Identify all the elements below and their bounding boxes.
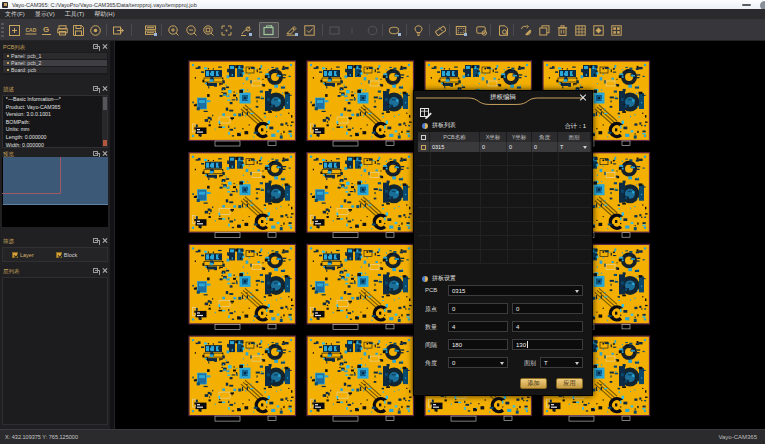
zoom-in-button[interactable]	[167, 22, 180, 38]
menu-1[interactable]: 显示(V)	[30, 9, 60, 19]
float-panel-icon[interactable]	[93, 151, 98, 156]
float-panel-icon[interactable]	[93, 44, 98, 49]
export-button[interactable]	[112, 22, 125, 38]
pcb-list-item[interactable]: Panel: pcb_1	[3, 53, 107, 59]
close-panel-icon[interactable]	[102, 268, 107, 273]
count-y-value: 4	[516, 324, 519, 330]
pcb-select[interactable]: 0315	[448, 285, 583, 296]
scrollbar-thumb[interactable]	[103, 97, 107, 110]
pcb-list: Panel: pcb_1Panel: pcb_2Board: pcb	[2, 52, 108, 76]
stamp-mark-button[interactable]	[283, 22, 299, 38]
zoom-window-button[interactable]	[202, 22, 215, 38]
table-cell: 0	[532, 142, 558, 152]
grid-icon	[575, 25, 586, 36]
menu-2[interactable]: 工具(T)	[60, 9, 90, 19]
panelize-button[interactable]	[259, 22, 279, 38]
column-header[interactable]: 面别	[558, 132, 591, 142]
float-panel-icon[interactable]	[93, 268, 98, 273]
side-select[interactable]: T	[540, 357, 583, 368]
column-header[interactable]: Y坐标	[507, 132, 532, 142]
dropdown-dot-icon[interactable]	[398, 33, 401, 36]
panel-edit-tool-icon[interactable]	[420, 108, 432, 119]
draw-obround-button[interactable]	[387, 22, 402, 38]
pcb-board-tile[interactable]	[189, 336, 296, 421]
empty-table-row	[418, 208, 591, 222]
matrix-panel-button[interactable]	[610, 22, 623, 38]
print-button[interactable]	[56, 22, 69, 38]
close-panel-icon[interactable]	[102, 44, 107, 49]
fit-selection-button[interactable]	[592, 22, 605, 38]
transform-edit-button[interactable]	[519, 22, 533, 38]
close-panel-icon[interactable]	[102, 238, 107, 243]
grid-array-button[interactable]	[574, 22, 586, 38]
select-all-checkbox[interactable]	[421, 135, 426, 140]
gap-field-label: 间隔	[425, 341, 437, 350]
layer-checkbox[interactable]	[12, 252, 18, 258]
doc-search-button[interactable]	[497, 22, 510, 38]
film-layers-button[interactable]	[143, 22, 158, 38]
pcb-board-tile[interactable]	[189, 61, 296, 146]
delete-button[interactable]	[556, 22, 568, 38]
verify-button[interactable]	[303, 22, 316, 38]
save-button[interactable]	[72, 22, 85, 38]
origin-x-input[interactable]: 0	[448, 303, 508, 314]
count-y-input[interactable]: 4	[512, 321, 583, 332]
pcb-list-item[interactable]: Board: pcb	[3, 67, 107, 73]
import-cad-button[interactable]: CAD	[25, 22, 38, 38]
column-header[interactable]: X坐标	[480, 132, 507, 142]
copy-objects-button[interactable]	[538, 22, 551, 38]
minimize-icon[interactable]	[742, 4, 751, 6]
add-button[interactable]: 添加	[520, 378, 547, 389]
toolbar-grip[interactable]	[1, 23, 4, 37]
pcb-board-tile[interactable]	[189, 153, 296, 238]
column-header[interactable]: 角度	[532, 132, 558, 142]
float-panel-icon[interactable]	[93, 238, 98, 243]
menu-3[interactable]: 帮助(H)	[89, 9, 119, 19]
dropdown-dot-icon[interactable]	[154, 33, 157, 36]
board-frame-button[interactable]	[453, 22, 468, 38]
dialog-close-icon[interactable]	[579, 93, 587, 101]
highlight-button[interactable]	[413, 22, 425, 38]
count-field-label: 数量	[425, 323, 437, 332]
dropdown-dot-icon[interactable]	[295, 33, 298, 36]
scrollbar[interactable]	[102, 96, 107, 147]
panel-config-button[interactable]	[475, 22, 488, 38]
pcb-board-tile[interactable]	[307, 153, 414, 238]
count-x-input[interactable]: 4	[448, 321, 508, 332]
dropdown-dot-icon[interactable]	[249, 33, 252, 36]
section-ball-icon	[422, 123, 428, 129]
gap-x-input[interactable]: 180	[448, 339, 508, 350]
menu-0[interactable]: 文件(F)	[0, 9, 30, 19]
printer-icon	[57, 25, 68, 36]
zoom-out-button[interactable]	[185, 22, 198, 38]
block-checkbox[interactable]	[56, 252, 62, 258]
close-panel-icon[interactable]	[102, 86, 107, 91]
pcb-board-tile[interactable]	[307, 61, 414, 146]
float-panel-icon[interactable]	[93, 86, 98, 91]
column-header[interactable]: PCB名称	[430, 132, 480, 142]
gap-y-input[interactable]: 130	[512, 339, 583, 350]
row-checkbox[interactable]	[421, 145, 426, 150]
dropdown-dot-icon[interactable]	[464, 33, 467, 36]
preview-viewport[interactable]	[2, 157, 108, 227]
import-gerber-button[interactable]: G	[41, 22, 53, 38]
table-row[interactable]: 0315000T	[418, 142, 591, 152]
toolbar-separator	[161, 24, 162, 36]
empty-table-row	[418, 250, 591, 264]
sidebar-splitter[interactable]	[110, 41, 115, 429]
locate-button[interactable]	[237, 22, 253, 38]
new-project-button[interactable]	[8, 22, 21, 38]
apply-button[interactable]: 应用	[556, 378, 583, 389]
pcb-board-tile[interactable]	[189, 244, 296, 329]
record-button[interactable]	[89, 22, 102, 38]
zoom-fit-button[interactable]	[220, 22, 233, 38]
close-panel-icon[interactable]	[102, 151, 107, 156]
origin-y-input[interactable]: 0	[512, 303, 583, 314]
angle-select[interactable]: 0	[448, 357, 508, 368]
pcb-board-tile[interactable]	[307, 244, 414, 329]
side-dropdown-arrow-icon[interactable]	[583, 146, 587, 149]
eraser-icon	[435, 25, 446, 36]
eraser-button[interactable]	[434, 22, 446, 38]
pcb-board-tile[interactable]	[307, 336, 414, 421]
pcb-list-item[interactable]: Panel: pcb_2	[3, 60, 107, 66]
